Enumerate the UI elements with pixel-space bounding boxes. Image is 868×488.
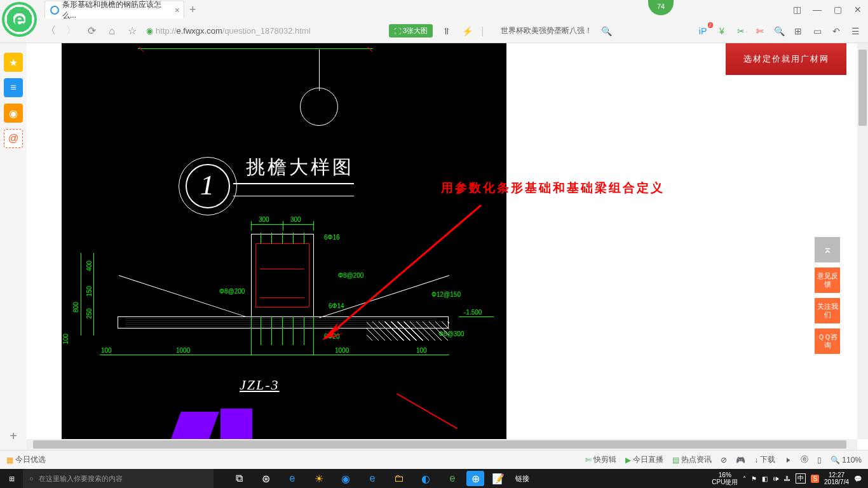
cad-shape <box>165 412 219 439</box>
cad-dim-ext <box>313 221 314 231</box>
bigimage-button[interactable]: ⛶ 3张大图 <box>389 24 433 37</box>
mute-icon[interactable]: 🕨 <box>784 456 792 464</box>
hot-news[interactable]: ▤热点资讯 <box>672 454 712 465</box>
clock[interactable]: 12:27 2018/7/4 <box>824 471 849 485</box>
volume-icon[interactable]: 🕪 <box>773 475 779 482</box>
tray-icon[interactable]: ◧ <box>762 475 768 482</box>
add-sidebar-button[interactable]: + <box>10 429 17 444</box>
cad-dim-ext <box>251 221 252 231</box>
search-icon[interactable]: 🔍 <box>600 25 613 37</box>
ad-banner[interactable]: 选材定价就用广材网 <box>726 43 846 75</box>
back-button[interactable]: 〈 <box>44 25 57 37</box>
cad-ext <box>271 316 272 345</box>
cad-ext <box>304 316 304 345</box>
feedback-button[interactable]: 意见反馈 <box>815 268 840 293</box>
network-icon[interactable]: 🖧 <box>784 475 790 482</box>
maximize-button[interactable]: ▢ <box>827 0 848 19</box>
browser-logo[interactable] <box>2 2 37 37</box>
reader-icon[interactable]: ▭ <box>811 25 824 37</box>
cad-tick <box>139 47 144 52</box>
mail-icon[interactable]: @ <box>4 129 23 148</box>
qq-icon[interactable]: ◐ <box>413 469 438 488</box>
close-icon[interactable]: × <box>175 5 180 15</box>
search-placeholder: 在这里输入你要搜索的内容 <box>39 474 123 484</box>
cad-dim-text: 400 <box>86 261 93 271</box>
menu-icon[interactable]: ☰ <box>849 25 862 37</box>
tab-favicon <box>50 6 59 15</box>
download-button[interactable]: ↓下载 <box>754 454 775 465</box>
cad-gridline <box>138 48 373 49</box>
cad-tick <box>261 233 261 244</box>
scroll-top-button[interactable]: ⌅ <box>815 237 840 262</box>
screenshot-icon[interactable]: ✂ <box>735 25 747 37</box>
minimize-button[interactable]: — <box>807 0 827 19</box>
home-button[interactable]: ⌂ <box>105 25 118 37</box>
forward-button[interactable]: 〉 <box>65 25 78 37</box>
app-icon[interactable]: ⊛ <box>253 469 278 488</box>
news-icon[interactable]: ≡ <box>4 78 23 97</box>
qq-button[interactable]: ＱＱ咨询 <box>815 329 840 354</box>
skin-icon[interactable]: ◫ <box>787 0 807 19</box>
url-input[interactable]: ◉ http:// e.fwxgx.com /question_1878032.… <box>146 26 381 36</box>
zoom-label[interactable]: 🔍110% <box>831 456 862 464</box>
cad-slope <box>119 275 246 317</box>
share-icon[interactable]: ⥣ <box>440 25 453 37</box>
scroll-thumb[interactable] <box>858 50 867 126</box>
ie-mode-icon[interactable]: ⓔ <box>801 454 808 465</box>
new-tab-button[interactable]: + <box>189 3 196 17</box>
notifications-icon[interactable]: 💬 <box>854 475 862 482</box>
ime-icon[interactable]: 中 <box>796 473 806 484</box>
horizontal-scrollbar[interactable] <box>27 439 857 450</box>
zoom-icon: 🔍 <box>831 456 840 464</box>
cad-dim <box>100 355 449 355</box>
weibo-icon[interactable]: ◉ <box>4 104 23 123</box>
app2-icon[interactable]: ☀ <box>306 469 332 488</box>
firefox-icon[interactable]: ◉ <box>333 469 358 488</box>
apps-icon[interactable]: ⊞ <box>792 25 804 37</box>
kuaijianji[interactable]: ✄快剪辑 <box>585 454 616 465</box>
search2-icon[interactable]: 🔍 <box>773 25 785 37</box>
ext1-icon[interactable]: iP2 <box>696 25 709 37</box>
scroll-thumb[interactable] <box>33 440 846 449</box>
star-button[interactable]: ☆ <box>126 25 139 37</box>
sogou-icon[interactable]: S <box>811 475 819 483</box>
link-label[interactable]: 链接 <box>512 469 532 488</box>
start-button[interactable]: ⊞ <box>0 469 23 488</box>
notification-badge[interactable]: 74 <box>648 0 674 15</box>
app3-icon[interactable]: ⊕ <box>466 471 484 486</box>
browser-tab[interactable]: 条形基础和挑檐的钢筋应该怎么... × <box>44 1 184 18</box>
expand-icon: ⛶ <box>394 27 401 35</box>
hot-search[interactable]: 世界杯欧美强势垄断八强！ <box>501 25 592 36</box>
live-today[interactable]: ▶今日直播 <box>625 454 663 465</box>
scroll-viewport: 选材定价就用广材网 1 挑檐大样图 300 300 <box>27 43 857 439</box>
explorer-icon[interactable]: 🗀 <box>386 469 412 488</box>
close-button[interactable]: ✕ <box>848 0 868 19</box>
cpu-meter[interactable]: 16% CPU使用 <box>712 471 738 485</box>
notes-icon[interactable]: 📝 <box>485 469 511 488</box>
gamepad-icon[interactable]: 🎮 <box>736 456 745 464</box>
edge-icon[interactable]: e <box>280 469 305 488</box>
tray-icon[interactable]: ⚑ <box>751 475 757 482</box>
block-icon[interactable]: ⊘ <box>721 456 727 464</box>
undo-icon[interactable]: ↶ <box>830 25 843 37</box>
tab-title: 条形基础和挑檐的钢筋应该怎么... <box>62 0 166 21</box>
cad-dim-text: 300 <box>259 216 269 223</box>
cad-ext <box>251 316 252 355</box>
favorites-icon[interactable]: ★ <box>4 53 23 72</box>
ie-icon[interactable]: e <box>360 469 385 488</box>
today-picks[interactable]: ▦今日优选 <box>6 454 46 465</box>
taskview-icon[interactable]: ⧉ <box>226 469 252 488</box>
reload-button[interactable]: ⟳ <box>85 25 98 37</box>
split-icon[interactable]: ▯ <box>817 456 822 464</box>
follow-button[interactable]: 关注我们 <box>815 298 840 323</box>
taskbar-search[interactable]: ○ 在这里输入你要搜索的内容 <box>23 469 214 488</box>
cut-icon[interactable]: ✄ <box>754 25 766 37</box>
wallet-icon[interactable]: ¥ <box>715 25 728 37</box>
vertical-scrollbar[interactable] <box>857 43 868 439</box>
titlebar: 条形基础和挑檐的钢筋应该怎么... × + 74 ◫ — ▢ ✕ <box>0 0 868 19</box>
cad-dim-text: 100 <box>62 334 69 344</box>
360-icon[interactable]: e <box>440 469 465 488</box>
tray-up-icon[interactable]: ˄ <box>743 475 746 482</box>
bolt-icon[interactable]: ⚡ <box>461 25 473 37</box>
page-content: 选材定价就用广材网 1 挑檐大样图 300 300 <box>27 43 868 450</box>
